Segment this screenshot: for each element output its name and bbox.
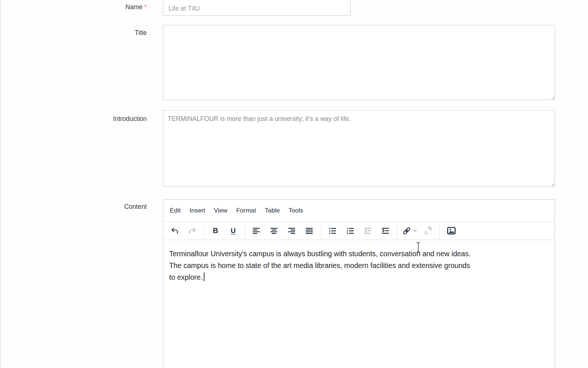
- content-field-label: Content: [1, 203, 147, 211]
- numbered-list-button[interactable]: 123: [343, 224, 357, 237]
- chevron-down-icon: [413, 229, 417, 232]
- redo-icon: [188, 226, 197, 235]
- align-left-icon: [252, 226, 261, 235]
- title-field-label: Title: [1, 29, 147, 37]
- redo-button[interactable]: [186, 224, 199, 237]
- menu-insert[interactable]: Insert: [185, 207, 210, 214]
- bullet-list-button[interactable]: [326, 224, 339, 237]
- svg-text:3: 3: [347, 232, 348, 235]
- align-justify-icon: [305, 226, 314, 235]
- content-label-text: Content: [124, 203, 147, 210]
- content-text-line: Terminalfour University's campus is alwa…: [169, 248, 549, 260]
- undo-icon: [170, 226, 179, 235]
- title-textarea[interactable]: [163, 25, 555, 100]
- menu-format[interactable]: Format: [232, 207, 260, 214]
- align-right-icon: [287, 226, 296, 235]
- align-right-button[interactable]: [285, 224, 298, 237]
- indent-button[interactable]: [379, 224, 392, 237]
- bold-button[interactable]: B: [209, 224, 222, 237]
- insert-link-button[interactable]: [402, 224, 417, 237]
- text-caret: [204, 272, 204, 281]
- content-text-line: The campus is home to state of the art m…: [169, 260, 549, 271]
- align-left-button[interactable]: [250, 224, 263, 237]
- align-center-icon: [270, 226, 278, 235]
- name-label-text: Name: [125, 3, 143, 11]
- name-field-label: Name*: [1, 3, 147, 11]
- content-text-line: to explore.: [169, 271, 549, 283]
- numbered-list-icon: 123: [346, 226, 354, 235]
- link-icon: [402, 226, 411, 236]
- underline-icon: U: [231, 227, 236, 235]
- outdent-icon: [363, 226, 372, 235]
- introduction-field-label: Introduction: [1, 115, 147, 123]
- insert-image-button[interactable]: [445, 224, 458, 237]
- indent-icon: [381, 226, 390, 235]
- introduction-label-text: Introduction: [113, 115, 147, 122]
- menu-table[interactable]: Table: [260, 207, 284, 214]
- introduction-textarea[interactable]: TERMINALFOUR is more than just a univers…: [163, 110, 555, 187]
- editor-toolbar: B U: [163, 222, 555, 240]
- required-marker: *: [145, 4, 147, 10]
- menu-edit[interactable]: Edit: [165, 207, 185, 214]
- bold-icon: B: [213, 226, 218, 235]
- remove-link-button[interactable]: [421, 224, 435, 237]
- editor-content-area[interactable]: Terminalfour University's campus is alwa…: [163, 240, 555, 291]
- undo-button[interactable]: [168, 224, 181, 237]
- underline-button[interactable]: U: [227, 224, 240, 237]
- image-icon: [446, 226, 456, 236]
- title-label-text: Title: [135, 29, 147, 36]
- rich-text-editor: Edit Insert View Format Table Tools: [163, 199, 555, 368]
- align-justify-button[interactable]: [303, 224, 316, 237]
- unlink-icon: [423, 226, 433, 236]
- editor-menubar: Edit Insert View Format Table Tools: [163, 200, 555, 222]
- bullet-list-icon: [328, 226, 337, 235]
- align-center-button[interactable]: [267, 224, 281, 237]
- menu-tools[interactable]: Tools: [284, 207, 308, 214]
- name-input[interactable]: [163, 0, 351, 16]
- menu-view[interactable]: View: [210, 207, 232, 214]
- ibeam-cursor: [416, 242, 421, 253]
- outdent-button[interactable]: [361, 224, 374, 237]
